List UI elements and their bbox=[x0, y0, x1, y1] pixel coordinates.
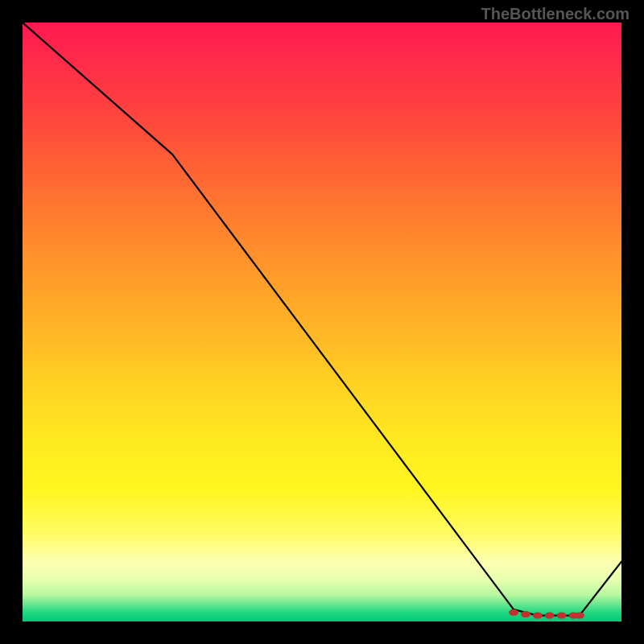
marker-dot bbox=[533, 613, 543, 619]
line-series bbox=[23, 23, 621, 616]
watermark-text: TheBottleneck.com bbox=[481, 5, 630, 23]
chart-container: TheBottleneck.com bbox=[0, 0, 644, 644]
marker-dot bbox=[557, 613, 567, 619]
chart-svg bbox=[23, 23, 621, 621]
marker-dot bbox=[509, 609, 518, 616]
marker-dot bbox=[545, 613, 555, 619]
marker-dot bbox=[521, 611, 530, 617]
plot-area bbox=[23, 23, 621, 621]
marker-dot bbox=[575, 613, 584, 619]
